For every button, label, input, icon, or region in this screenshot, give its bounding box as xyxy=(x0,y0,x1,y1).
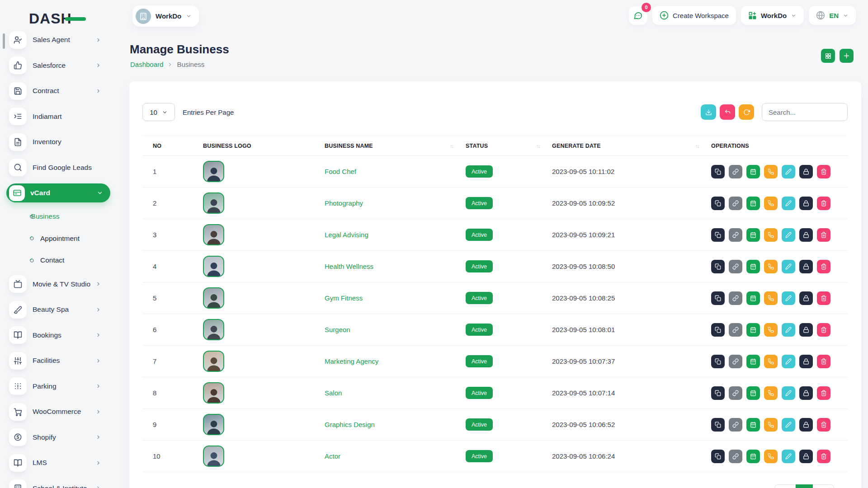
edit-button[interactable] xyxy=(782,291,795,305)
apps-menu-button[interactable]: WorkDo xyxy=(741,6,804,25)
delete-button[interactable] xyxy=(817,165,830,178)
copy-button[interactable] xyxy=(711,386,725,400)
business-logo[interactable] xyxy=(203,192,224,214)
copy-button[interactable] xyxy=(711,165,725,178)
open-link-button[interactable] xyxy=(729,291,742,305)
contacts-button[interactable] xyxy=(764,197,778,210)
business-name-link[interactable]: Food Chef xyxy=(325,168,356,175)
business-name-link[interactable]: Salon xyxy=(325,389,342,397)
delete-button[interactable] xyxy=(817,450,830,463)
edit-button[interactable] xyxy=(782,260,795,273)
appointments-button[interactable] xyxy=(746,291,760,305)
export-button[interactable] xyxy=(701,104,716,120)
sidebar-item-school-institute[interactable]: School & Institute xyxy=(0,476,117,488)
brand-logo[interactable]: DASH xyxy=(29,10,86,27)
contacts-button[interactable] xyxy=(764,450,778,463)
contacts-button[interactable] xyxy=(764,291,778,305)
sidebar-item-find-google-leads[interactable]: Find Google Leads xyxy=(0,155,117,181)
sidebar-item-indiamart[interactable]: Indiamart xyxy=(0,104,117,130)
pagination-next-button[interactable]: » xyxy=(813,484,834,488)
sidebar-item-shopify[interactable]: Shopify xyxy=(0,425,117,450)
business-name-link[interactable]: Surgeon xyxy=(325,326,350,333)
password-button[interactable] xyxy=(799,386,813,400)
create-workspace-button[interactable]: Create Workspace xyxy=(652,6,736,25)
password-button[interactable] xyxy=(799,260,813,273)
open-link-button[interactable] xyxy=(729,386,742,400)
business-name-link[interactable]: Photography xyxy=(325,199,363,207)
entries-per-page-select[interactable]: 10 xyxy=(142,103,175,121)
password-button[interactable] xyxy=(799,418,813,432)
delete-button[interactable] xyxy=(817,291,830,305)
contacts-button[interactable] xyxy=(764,228,778,242)
copy-button[interactable] xyxy=(711,355,725,368)
sidebar-item-lms[interactable]: LMS xyxy=(0,450,117,476)
password-button[interactable] xyxy=(799,323,813,337)
copy-button[interactable] xyxy=(711,228,725,242)
contacts-button[interactable] xyxy=(764,260,778,273)
business-name-link[interactable]: Gym Fitness xyxy=(325,294,363,302)
pagination-prev-button[interactable]: « xyxy=(774,484,796,488)
edit-button[interactable] xyxy=(782,386,795,400)
delete-button[interactable] xyxy=(817,228,830,242)
appointments-button[interactable] xyxy=(746,450,760,463)
delete-button[interactable] xyxy=(817,355,830,368)
appointments-button[interactable] xyxy=(746,386,760,400)
edit-button[interactable] xyxy=(782,228,795,242)
contacts-button[interactable] xyxy=(764,386,778,400)
appointments-button[interactable] xyxy=(746,323,760,337)
contacts-button[interactable] xyxy=(764,355,778,368)
delete-button[interactable] xyxy=(817,260,830,273)
sidebar-item-inventory[interactable]: Inventory xyxy=(0,129,117,155)
delete-button[interactable] xyxy=(817,418,830,432)
copy-button[interactable] xyxy=(711,260,725,273)
sidebar-item-contract[interactable]: Contract xyxy=(0,78,117,104)
appointments-button[interactable] xyxy=(746,418,760,432)
appointments-button[interactable] xyxy=(746,228,760,242)
open-link-button[interactable] xyxy=(729,165,742,178)
edit-button[interactable] xyxy=(782,323,795,337)
sidebar-item-sales-agent[interactable]: Sales Agent xyxy=(0,27,117,53)
business-name-link[interactable]: Actor xyxy=(325,452,340,460)
open-link-button[interactable] xyxy=(729,197,742,210)
edit-button[interactable] xyxy=(782,165,795,178)
sidebar-subitem-contact[interactable]: Contact xyxy=(0,249,117,272)
password-button[interactable] xyxy=(799,355,813,368)
delete-button[interactable] xyxy=(817,323,830,337)
sidebar-item-parking[interactable]: Parking xyxy=(0,374,117,399)
business-name-link[interactable]: Legal Advising xyxy=(325,231,368,239)
password-button[interactable] xyxy=(799,165,813,178)
contacts-button[interactable] xyxy=(764,418,778,432)
appointments-button[interactable] xyxy=(746,165,760,178)
column-header-status[interactable]: STATUS↑↓ xyxy=(466,143,552,149)
column-header-business-name[interactable]: BUSINESS NAME↑↓ xyxy=(325,143,466,149)
refresh-button[interactable] xyxy=(739,104,754,120)
copy-button[interactable] xyxy=(711,323,725,337)
language-menu-button[interactable]: EN xyxy=(809,6,856,25)
grid-view-button[interactable] xyxy=(821,49,835,63)
sidebar-subitem-business[interactable]: Business xyxy=(0,206,117,228)
sidebar-item-facilities[interactable]: Facilities xyxy=(0,348,117,374)
open-link-button[interactable] xyxy=(729,355,742,368)
business-logo[interactable] xyxy=(203,382,224,404)
sidebar-item-movie-tv-studio[interactable]: Movie & TV Studio xyxy=(0,272,117,297)
open-link-button[interactable] xyxy=(729,260,742,273)
edit-button[interactable] xyxy=(782,355,795,368)
breadcrumb-dashboard-link[interactable]: Dashboard xyxy=(130,61,163,68)
edit-button[interactable] xyxy=(782,197,795,210)
copy-button[interactable] xyxy=(711,450,725,463)
open-link-button[interactable] xyxy=(729,323,742,337)
sidebar-subitem-appointment[interactable]: Appointment xyxy=(0,228,117,250)
edit-button[interactable] xyxy=(782,418,795,432)
open-link-button[interactable] xyxy=(729,418,742,432)
create-business-button[interactable] xyxy=(840,49,854,63)
business-logo[interactable] xyxy=(203,446,224,467)
pagination-page-1[interactable]: 1 xyxy=(796,484,813,488)
open-link-button[interactable] xyxy=(729,228,742,242)
password-button[interactable] xyxy=(799,291,813,305)
business-logo[interactable] xyxy=(203,319,224,340)
business-name-link[interactable]: Graphics Design xyxy=(325,421,375,428)
contacts-button[interactable] xyxy=(764,165,778,178)
appointments-button[interactable] xyxy=(746,355,760,368)
search-input[interactable] xyxy=(762,103,848,121)
delete-button[interactable] xyxy=(817,197,830,210)
